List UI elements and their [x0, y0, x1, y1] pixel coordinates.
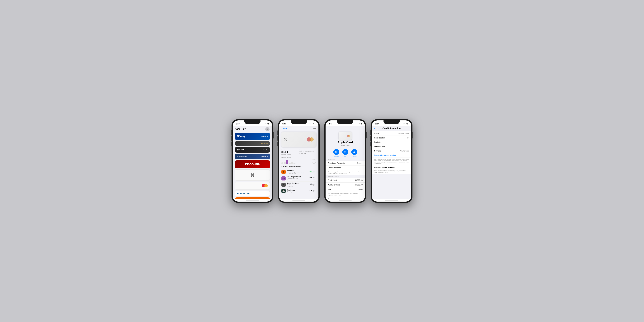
- transaction-payment[interactable]: ⊕ Payment From JPMorgan Chase Bank 14 mi…: [282, 169, 316, 175]
- expiration-label: Expiration: [374, 141, 382, 143]
- apple-cash-amount: $1.40: [264, 149, 268, 151]
- time-4: 8:47: [375, 123, 379, 125]
- wifi-icon-2: ≋: [313, 123, 314, 124]
- activity-section: Monthly Activity i: [279, 156, 318, 164]
- starbucks-info: Starbucks Tuesday: [287, 189, 308, 192]
- apple-icon: ⌘: [250, 172, 255, 178]
- battery-icon-4: ▮: [407, 123, 408, 124]
- message-action[interactable]: ✉ Message: [333, 149, 339, 157]
- starbucks-icon: ☕: [282, 189, 286, 193]
- more-button[interactable]: •••: [313, 127, 316, 130]
- wallet-title: Wallet: [236, 127, 246, 132]
- payment-amount-box: +$93.19: [309, 171, 314, 173]
- apple-card-type: Payment Card: [340, 144, 350, 146]
- discover-logo: DISCOVER: [245, 163, 259, 166]
- apple-cash-card[interactable]: ⊠ Cash $1.40: [235, 147, 270, 153]
- apple-services-amount-box: $9.99 3%: [310, 184, 314, 186]
- chase-logo-disney: CHASE ◎: [261, 136, 268, 137]
- apple-services-pct: 3%: [310, 185, 314, 186]
- name-label: Name: [374, 132, 379, 134]
- bank-accounts-row[interactable]: Bank Accounts ›: [326, 197, 365, 199]
- status-icons-2: ▲▲▲ ≋ ▮: [309, 123, 315, 124]
- disney-card[interactable]: Disney CHASE ◎: [235, 133, 270, 140]
- credit-details-label: CREDIT DETAILS: [326, 175, 365, 178]
- business-debit-card[interactable]: BusinessDebit CHASE ◎: [235, 154, 270, 160]
- mastercard-logo: [262, 184, 268, 188]
- credit-limit-value: $4,000.00: [355, 179, 362, 181]
- status-icons-4: ▲▲▲ ≋ ▮: [401, 123, 408, 124]
- discover-card[interactable]: DISCOVER it: [235, 160, 270, 168]
- signal-icon-1: ▲▲▲: [262, 123, 266, 124]
- transactions-section: Latest Transactions ⊕ Payment From JPMor…: [279, 164, 318, 195]
- info-button[interactable]: i: [312, 159, 316, 164]
- action-buttons: ✉ Message ✆ Call ◉ Website: [326, 148, 365, 158]
- starbucks-chevron: ›: [316, 190, 316, 192]
- payment-info: Payment From JPMorgan Chase Bank 14 minu…: [287, 170, 307, 174]
- dsg-chevron: ›: [316, 178, 316, 179]
- website-action[interactable]: ◉ Website: [351, 149, 357, 157]
- home-indicator-4[interactable]: [372, 199, 411, 202]
- apple-card-hero: Apple Card Payment Card: [326, 130, 365, 148]
- add-card-button[interactable]: +: [265, 127, 270, 132]
- dsg-sub: Card Number Used: [287, 178, 308, 179]
- starbucks-pct: 2%: [310, 191, 314, 192]
- available-credit-label: Available Credit: [328, 184, 340, 186]
- signal-icon-3: ▲▲▲: [355, 123, 359, 124]
- starbucks-date: Tuesday: [287, 191, 308, 192]
- wifi-icon-1: ≋: [266, 123, 268, 124]
- phones-container: 8:47 ▲▲▲ ≋ ▮ Wallet + Disney CH: [225, 113, 419, 209]
- website-icon: ◉: [351, 149, 357, 155]
- capital-one-card[interactable]: Capital One: [235, 141, 270, 146]
- message-icon: ✉: [333, 149, 339, 155]
- apple-services-name: Apple Services: [287, 182, 309, 184]
- call-action[interactable]: ✆ Call: [342, 149, 348, 157]
- message-label: Message: [334, 155, 339, 157]
- bar-5: [291, 162, 293, 164]
- apple-cash-label: ⊠ Cash: [237, 148, 244, 151]
- discover-it-text: it: [259, 164, 260, 165]
- dsg-amount: $60.00: [310, 177, 314, 179]
- card-info-screen: ‹ Card Information Name Chance Miller Ca…: [372, 126, 411, 199]
- network-row: Network Mastercard: [372, 149, 411, 153]
- card-information-row[interactable]: Card Information ›: [326, 166, 365, 170]
- payment-name: Payment: [287, 170, 307, 171]
- signal-icon-4: ▲▲▲: [401, 123, 405, 124]
- transaction-apple-services[interactable]: ⌘ Apple Services Card Number Used Yester…: [282, 182, 316, 188]
- phone-1-wallet: 8:47 ▲▲▲ ≋ ▮ Wallet + Disney CH: [232, 119, 274, 203]
- scheduled-payments-row[interactable]: Scheduled Payments None ›: [326, 161, 365, 166]
- transaction-dsg[interactable]: 🛍 CS * Dsg Gift Card Card Number Used Ye…: [282, 175, 316, 182]
- payment-icon: ⊕: [282, 170, 286, 174]
- done-button[interactable]: Done: [282, 127, 287, 130]
- home-indicator-2[interactable]: [279, 199, 318, 202]
- bar-4: [289, 163, 290, 164]
- mastercard-circles: [307, 137, 314, 142]
- dsg-info: CS * Dsg Gift Card Card Number Used Yest…: [287, 176, 308, 181]
- sams-diamond-icon: ◆: [237, 192, 238, 195]
- sams-club-card[interactable]: ◆ Sam's Club: [235, 190, 270, 196]
- request-card-link[interactable]: Request New Card Number: [372, 153, 411, 158]
- expiration-row: Expiration: [372, 140, 411, 144]
- back-button-4[interactable]: ‹: [374, 127, 375, 130]
- starbucks-name: Starbucks: [287, 189, 308, 191]
- apple-card-detail-screen: ‹ Apple Card Payment Card: [326, 126, 365, 199]
- signal-icon-2: ▲▲▲: [309, 123, 312, 124]
- time-2: 8:47: [282, 123, 286, 125]
- info-screen-title: Card Information: [382, 127, 401, 130]
- home-indicator-1[interactable]: [233, 199, 272, 202]
- apple-services-icon: ⌘: [282, 183, 286, 187]
- apr-value: 23.99%: [356, 188, 362, 190]
- transaction-starbucks[interactable]: ☕ Starbucks Tuesday $10.00 2% ›: [282, 188, 316, 194]
- card-transaction-screen: Done ••• ⌘ Total Balance $0.00: [279, 126, 318, 199]
- card-header: Done •••: [279, 126, 318, 131]
- mastercard-card[interactable]: [235, 182, 270, 190]
- notch-1: [244, 120, 260, 124]
- wifi-icon-4: ≋: [406, 123, 407, 124]
- card-information-label: Card Information: [328, 167, 341, 169]
- home-indicator-3[interactable]: [326, 199, 365, 202]
- payment-amount: +$93.19: [309, 171, 314, 173]
- security-code-label: Security Code: [374, 146, 385, 148]
- apple-pay-card[interactable]: ⌘: [235, 169, 270, 181]
- time-3: 8:47: [329, 123, 332, 125]
- back-button-3[interactable]: ‹: [326, 126, 365, 130]
- chargepoint-card[interactable]: ChargePoint, Inc: [235, 198, 270, 199]
